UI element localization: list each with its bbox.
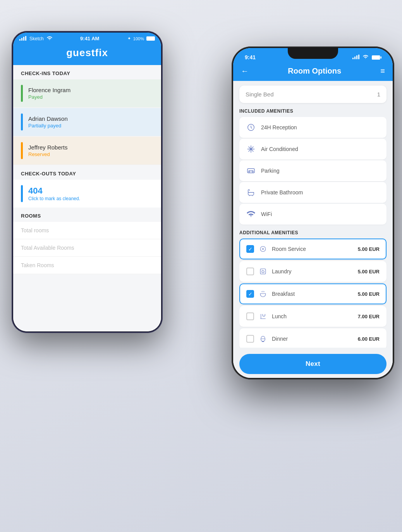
- icon-room-service: [258, 244, 268, 254]
- room-stat-total: Total rooms: [13, 222, 161, 239]
- amenity-icon-parking: [246, 165, 256, 176]
- battery-icon-left: [146, 36, 155, 41]
- signal-icon-right: [352, 55, 359, 60]
- amenity-label-24h: 24H Reception: [261, 124, 297, 130]
- label-lunch: Lunch: [272, 313, 354, 319]
- wifi-icon-right: [363, 55, 368, 60]
- header-right: ← Room Options ≡: [233, 63, 393, 81]
- room-stat-taken: Taken Rooms: [13, 257, 161, 274]
- guest-item-jeffrey[interactable]: Jeffrey Roberts Reserved: [13, 137, 161, 165]
- checkout-info: 404 Click to mark as cleaned.: [28, 186, 80, 201]
- checkbox-dinner[interactable]: [246, 335, 254, 343]
- back-button[interactable]: ←: [241, 67, 249, 76]
- icon-dinner: [258, 334, 268, 344]
- amenity-ac: Air Conditioned: [239, 139, 387, 160]
- checkout-number: 404: [28, 186, 80, 196]
- icon-breakfast: [258, 289, 268, 299]
- battery-icon-right: [372, 55, 382, 60]
- phone-left: Sketch 9:41 AM ✦ 100% guestfix CHECK-INS…: [12, 31, 163, 333]
- page-title-right: Room Options: [288, 67, 341, 76]
- app-name: Sketch: [29, 36, 44, 41]
- amenity-icon-bathroom: [246, 187, 256, 198]
- room-type-card: Single Bed 1: [239, 86, 387, 103]
- amenity-wifi: WiFi: [239, 204, 387, 225]
- price-laundry: 5.00 EUR: [358, 269, 380, 275]
- guest-info-adrian: Adrian Dawson Partially payed: [28, 115, 153, 129]
- icon-lunch: [258, 311, 268, 321]
- amenity-icon-ac: [246, 144, 256, 154]
- time-right: 9:41: [241, 54, 256, 60]
- amenity-parking: Parking: [239, 160, 387, 181]
- next-button[interactable]: Next: [239, 354, 387, 374]
- additional-item-room-service[interactable]: ✓ Room Service 5.00 EUR: [239, 239, 387, 259]
- guest-item-florence[interactable]: Florence Ingram Payed: [13, 79, 161, 108]
- checkbox-laundry[interactable]: [246, 268, 254, 275]
- guest-status-florence: Payed: [28, 94, 153, 100]
- room-stat-available: Total Available Rooms: [13, 239, 161, 257]
- label-laundry: Laundry: [272, 268, 354, 275]
- wifi-icon-left: [47, 36, 52, 41]
- menu-button[interactable]: ≡: [380, 67, 385, 76]
- checkout-item[interactable]: 404 Click to mark as cleaned.: [13, 180, 161, 208]
- svg-point-10: [262, 271, 264, 273]
- content-right: Single Bed 1 INCLUDED AMENITIES 24H Rece…: [233, 81, 393, 348]
- time-left: 9:41 AM: [80, 36, 99, 41]
- amenity-icon-wifi: [246, 209, 256, 220]
- checkouts-header: CHECK-OUTS TODAY: [13, 165, 161, 180]
- guest-name-florence: Florence Ingram: [28, 87, 153, 93]
- amenity-bathroom: Private Bathroom: [239, 182, 387, 203]
- checkbox-room-service[interactable]: ✓: [246, 245, 254, 253]
- status-icons-right: [352, 55, 385, 60]
- guest-status-adrian: Partially payed: [28, 123, 153, 129]
- checkins-header: CHECK-INS TODAY: [13, 65, 161, 79]
- additional-item-lunch[interactable]: Lunch 7.00 EUR: [239, 306, 387, 327]
- battery-left: 100%: [133, 36, 144, 41]
- svg-rect-9: [260, 269, 266, 274]
- amenity-24h: 24H Reception: [239, 117, 387, 138]
- room-type-count: 1: [377, 91, 380, 98]
- signal-icon: [19, 36, 26, 41]
- label-breakfast: Breakfast: [272, 291, 354, 297]
- checkbox-breakfast[interactable]: ✓: [246, 290, 254, 298]
- guest-indicator-adrian: [21, 113, 23, 130]
- icon-laundry: [258, 266, 268, 276]
- included-amenities-section: INCLUDED AMENITIES 24H Reception Air Con…: [239, 108, 387, 225]
- additional-item-laundry[interactable]: Laundry 5.00 EUR: [239, 261, 387, 282]
- amenity-label-bathroom: Private Bathroom: [261, 189, 303, 196]
- status-bar-left: Sketch 9:41 AM ✦ 100%: [13, 33, 161, 43]
- amenity-label-ac: Air Conditioned: [261, 146, 298, 152]
- content-left: CHECK-INS TODAY Florence Ingram Payed Ad…: [13, 65, 161, 331]
- phone-right: 9:41 ← Room Options ≡ Sing: [232, 46, 394, 379]
- guest-status-jeffrey: Reserved: [28, 151, 153, 157]
- next-btn-container: Next: [233, 348, 393, 378]
- room-type-label: Single Bed: [246, 91, 274, 98]
- guest-info-florence: Florence Ingram Payed: [28, 87, 153, 100]
- price-breakfast: 5.00 EUR: [358, 291, 380, 297]
- checkbox-lunch[interactable]: [246, 312, 254, 320]
- label-dinner: Dinner: [272, 336, 354, 342]
- svg-rect-1: [380, 56, 381, 58]
- rooms-header: ROOMS: [13, 208, 161, 222]
- header-left: guestfix: [13, 43, 161, 65]
- included-amenities-title: INCLUDED AMENITIES: [239, 108, 387, 114]
- price-room-service: 5.00 EUR: [358, 246, 380, 252]
- price-lunch: 7.00 EUR: [358, 314, 380, 319]
- additional-amenities-title: ADDITIONAL AMENITIES: [239, 230, 387, 235]
- checkout-subtitle: Click to mark as cleaned.: [28, 196, 80, 201]
- guest-name-adrian: Adrian Dawson: [28, 115, 153, 122]
- guest-item-adrian[interactable]: Adrian Dawson Partially payed: [13, 108, 161, 136]
- amenity-label-wifi: WiFi: [261, 211, 272, 217]
- guest-indicator-jeffrey: [21, 142, 23, 159]
- guest-name-jeffrey: Jeffrey Roberts: [28, 144, 153, 151]
- additional-item-dinner[interactable]: Dinner 6.00 EUR: [239, 328, 387, 348]
- guest-info-jeffrey: Jeffrey Roberts Reserved: [28, 144, 153, 157]
- svg-rect-0: [372, 55, 380, 59]
- guest-indicator-florence: [21, 85, 23, 102]
- additional-amenities-section: ADDITIONAL AMENITIES ✓ Room Service 5.00…: [239, 230, 387, 348]
- amenity-icon-24h: [246, 122, 256, 133]
- amenity-label-parking: Parking: [261, 168, 279, 174]
- price-dinner: 6.00 EUR: [358, 336, 380, 342]
- checkout-indicator: [21, 185, 23, 202]
- logo: guestfix: [13, 47, 161, 59]
- additional-item-breakfast[interactable]: ✓ Breakfast 5.00 EUR: [239, 283, 387, 304]
